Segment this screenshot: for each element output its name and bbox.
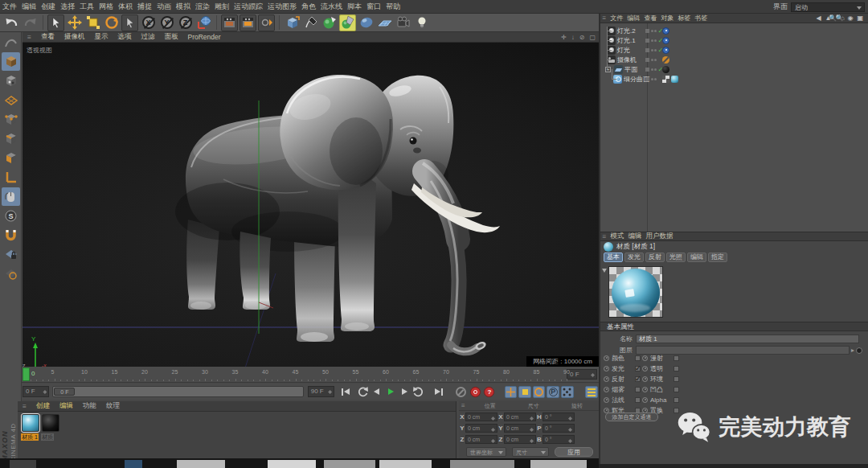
render-settings-button[interactable] xyxy=(258,14,275,31)
menu-10[interactable]: 渲染 xyxy=(193,2,212,12)
last-used-tool[interactable] xyxy=(121,14,138,31)
workplane-snap-icon[interactable] xyxy=(2,265,20,283)
om-menu-5[interactable]: 书签 xyxy=(693,14,710,23)
channel-checkbox-漫射[interactable] xyxy=(674,355,679,361)
apply-button[interactable]: 应用 xyxy=(555,447,593,457)
rotation-B-field[interactable]: 0 ° xyxy=(542,435,575,444)
position-Y-field[interactable]: 0 cm xyxy=(465,424,497,433)
menu-4[interactable]: 工具 xyxy=(77,2,96,12)
autokey-button[interactable] xyxy=(469,386,481,398)
menu-8[interactable]: 动画 xyxy=(154,2,174,12)
redo-button[interactable] xyxy=(22,14,39,31)
add-subdivision-surface-button[interactable] xyxy=(321,14,338,31)
viewport-menu-1[interactable]: 摄像机 xyxy=(59,32,90,42)
attribute-manager-icons[interactable]: ◀▲🔍◉▣ xyxy=(816,14,863,22)
material-thumbnail-2[interactable] xyxy=(42,414,59,432)
layer-icon[interactable] xyxy=(856,347,862,354)
menu-1[interactable]: 编辑 xyxy=(19,2,39,12)
material-tab-反射[interactable]: 反射 xyxy=(645,252,665,262)
rotate-view-icon[interactable]: ⊘ xyxy=(579,34,585,41)
panel-menu-icon[interactable]: ≡ xyxy=(18,402,31,410)
menu-3[interactable]: 选择 xyxy=(58,2,77,12)
zoom-view-icon[interactable]: ↓ xyxy=(571,34,575,41)
material-menu-2[interactable]: 功能 xyxy=(78,401,101,411)
taskbar-item[interactable] xyxy=(450,460,514,468)
points-mode-icon[interactable] xyxy=(2,110,20,129)
taskbar-item[interactable] xyxy=(10,460,36,468)
camera-tag-icon[interactable] xyxy=(662,56,669,64)
model-mode-icon[interactable] xyxy=(2,52,20,71)
channel-handle-icon[interactable] xyxy=(642,376,648,382)
material-tag-icon[interactable] xyxy=(662,66,669,73)
channel-checkbox-烟雾[interactable] xyxy=(635,387,641,392)
material-tab-光照[interactable]: 光照 xyxy=(666,252,686,262)
object-row-细分曲面[interactable]: 细分曲面 xyxy=(600,74,868,84)
key-parameter-toggle[interactable]: P xyxy=(547,386,559,398)
om-menu-0[interactable]: 文件 xyxy=(608,14,625,23)
material-thumbnail-1[interactable] xyxy=(22,414,39,432)
add-custom-channel-button[interactable]: 添加自定义通道 xyxy=(605,413,658,421)
menu-2[interactable]: 创建 xyxy=(39,2,58,12)
key-scale-toggle[interactable] xyxy=(518,386,531,398)
menu-11[interactable]: 雕刻 xyxy=(212,2,231,12)
undo-button[interactable] xyxy=(3,14,20,31)
material-tab-基本[interactable]: 基本 xyxy=(604,252,623,262)
render-view-button[interactable] xyxy=(221,14,238,31)
menu-18[interactable]: 帮助 xyxy=(383,2,403,12)
rotation-P-field[interactable]: 0 ° xyxy=(542,424,575,433)
size-Y-field[interactable]: 0 cm xyxy=(504,424,536,433)
channel-handle-icon[interactable] xyxy=(642,397,648,403)
target-tag-icon[interactable] xyxy=(662,47,669,54)
panel-menu-icon[interactable]: ≡ xyxy=(600,232,608,240)
add-floor-plane-button[interactable] xyxy=(376,14,393,31)
viewport-nav-icons[interactable]: ✛↓⊘▢ xyxy=(561,34,596,41)
magnet-snap-icon[interactable] xyxy=(2,226,20,244)
viewport-menu-3[interactable]: 选项 xyxy=(113,32,136,42)
previous-frame-button[interactable] xyxy=(371,386,383,398)
range-start-field[interactable]: 0 F xyxy=(23,386,49,397)
material-tab-指定[interactable]: 指定 xyxy=(708,252,727,262)
channel-handle-icon[interactable] xyxy=(604,387,609,392)
channel-checkbox-透明[interactable] xyxy=(674,366,679,372)
play-button[interactable] xyxy=(384,386,396,398)
up-icon[interactable]: ▲ xyxy=(825,14,832,22)
rotation-H-field[interactable]: 0 ° xyxy=(542,413,575,421)
taskbar-item[interactable] xyxy=(530,460,587,468)
material-menu-1[interactable]: 编辑 xyxy=(55,401,78,411)
channel-handle-icon[interactable] xyxy=(642,366,648,372)
timeline-range-slider[interactable]: 0 F xyxy=(52,386,303,397)
object-row-灯光[interactable]: 灯光✓ xyxy=(600,45,868,55)
channel-handle-icon[interactable] xyxy=(604,355,609,361)
taskbar-item[interactable] xyxy=(268,460,316,468)
add-cube-object-button[interactable] xyxy=(284,14,301,31)
add-sphere-object-button[interactable] xyxy=(358,14,375,31)
channel-checkbox-环境[interactable] xyxy=(674,376,679,382)
material-tab-发光[interactable]: 发光 xyxy=(624,252,644,262)
texture-mode-icon[interactable] xyxy=(2,72,20,90)
ruler-end-frame-field[interactable]: 0 F xyxy=(567,369,597,380)
taskbar-item[interactable] xyxy=(125,460,142,468)
material-menu-3[interactable]: 纹理 xyxy=(101,401,125,411)
panel-menu-icon[interactable]: ≡ xyxy=(600,14,608,22)
back-icon[interactable]: ◀ xyxy=(816,14,821,22)
timeline-options-button[interactable] xyxy=(585,386,598,398)
range-slider-handle[interactable]: 0 F xyxy=(54,388,75,396)
lock-z-axis-button[interactable]: Z xyxy=(177,14,194,31)
keyframe-help-button[interactable]: ? xyxy=(483,386,495,398)
coordinate-system-dropdown[interactable]: 世界坐标 xyxy=(466,447,506,457)
add-light-button[interactable] xyxy=(413,14,430,31)
goto-end-button[interactable] xyxy=(432,386,444,398)
material-name-field[interactable]: 材质 1 xyxy=(636,335,859,343)
menu-14[interactable]: 角色 xyxy=(299,2,318,12)
menu-17[interactable]: 窗口 xyxy=(364,2,383,12)
live-select-tool[interactable] xyxy=(47,14,64,31)
material-label-2[interactable]: 材质 xyxy=(41,433,54,441)
channel-handle-icon[interactable] xyxy=(642,387,648,392)
viewport-canvas[interactable]: 透视视图 xyxy=(23,43,599,367)
play-backwards-loop-button[interactable] xyxy=(357,386,369,398)
add-spline-pen-button[interactable] xyxy=(302,14,319,31)
material-tag-icon[interactable] xyxy=(671,76,678,83)
lock-icon[interactable]: ◉ xyxy=(847,14,853,22)
lock-x-axis-button[interactable]: X xyxy=(140,14,157,31)
interface-dropdown[interactable]: 启动 xyxy=(791,2,865,12)
